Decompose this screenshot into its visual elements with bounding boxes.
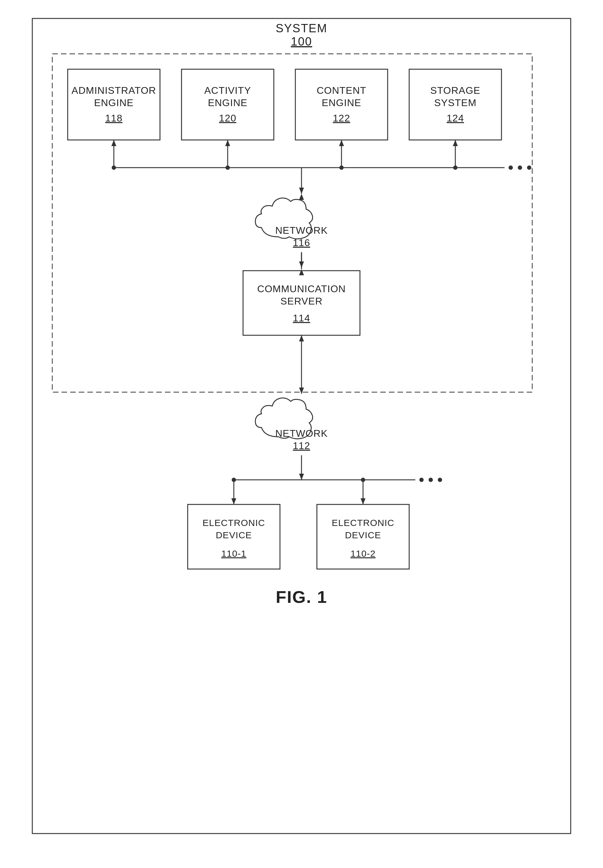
svg-point-21 bbox=[509, 165, 513, 170]
svg-text:SERVER: SERVER bbox=[280, 296, 322, 307]
svg-rect-4 bbox=[68, 69, 160, 140]
svg-text:ENGINE: ENGINE bbox=[208, 97, 248, 108]
svg-rect-66 bbox=[188, 504, 280, 569]
svg-text:110-2: 110-2 bbox=[350, 548, 376, 559]
svg-text:NETWORK: NETWORK bbox=[275, 428, 328, 439]
svg-text:SYSTEM: SYSTEM bbox=[434, 97, 476, 108]
svg-text:114: 114 bbox=[293, 312, 310, 324]
svg-marker-50 bbox=[299, 388, 304, 394]
svg-text:ADMINISTRATOR: ADMINISTRATOR bbox=[72, 85, 156, 96]
svg-point-32 bbox=[112, 165, 116, 170]
svg-text:SYSTEM: SYSTEM bbox=[276, 22, 327, 35]
svg-point-60 bbox=[232, 478, 236, 482]
svg-text:ENGINE: ENGINE bbox=[94, 97, 134, 108]
svg-text:ELECTRONIC: ELECTRONIC bbox=[203, 517, 265, 528]
svg-text:STORAGE: STORAGE bbox=[430, 85, 481, 96]
svg-marker-65 bbox=[360, 498, 365, 504]
svg-marker-48 bbox=[299, 269, 304, 275]
svg-rect-70 bbox=[317, 504, 409, 569]
svg-point-34 bbox=[339, 165, 344, 170]
page: SYSTEM 100 ADMINISTRATOR ENGINE 118 ACTI… bbox=[0, 0, 603, 868]
svg-marker-41 bbox=[299, 261, 304, 267]
svg-marker-27 bbox=[225, 140, 230, 146]
svg-marker-29 bbox=[339, 140, 344, 146]
svg-rect-8 bbox=[181, 69, 274, 140]
svg-text:110-1: 110-1 bbox=[221, 548, 246, 559]
svg-marker-63 bbox=[231, 498, 236, 504]
svg-marker-55 bbox=[299, 474, 304, 480]
svg-text:116: 116 bbox=[293, 237, 310, 248]
svg-point-59 bbox=[438, 478, 442, 482]
svg-marker-25 bbox=[111, 140, 116, 146]
svg-rect-0 bbox=[32, 19, 571, 834]
svg-text:CONTENT: CONTENT bbox=[317, 85, 366, 96]
svg-text:124: 124 bbox=[447, 113, 464, 124]
svg-point-58 bbox=[428, 478, 433, 482]
svg-rect-16 bbox=[409, 69, 501, 140]
svg-rect-44 bbox=[243, 271, 360, 335]
svg-text:FIG. 1: FIG. 1 bbox=[276, 587, 327, 607]
svg-text:ELECTRONIC: ELECTRONIC bbox=[332, 517, 394, 528]
svg-point-61 bbox=[361, 478, 365, 482]
svg-marker-31 bbox=[453, 140, 458, 146]
svg-point-35 bbox=[453, 165, 458, 170]
svg-text:ACTIVITY: ACTIVITY bbox=[204, 85, 251, 96]
svg-marker-37 bbox=[299, 188, 304, 194]
svg-rect-12 bbox=[295, 69, 388, 140]
svg-text:100: 100 bbox=[291, 35, 312, 48]
svg-text:NETWORK: NETWORK bbox=[275, 225, 328, 236]
svg-point-22 bbox=[518, 165, 522, 170]
svg-text:DEVICE: DEVICE bbox=[216, 530, 252, 540]
svg-point-23 bbox=[527, 165, 531, 170]
svg-text:DEVICE: DEVICE bbox=[345, 530, 381, 540]
svg-text:118: 118 bbox=[105, 113, 122, 124]
svg-text:ENGINE: ENGINE bbox=[322, 97, 362, 108]
svg-point-33 bbox=[226, 165, 230, 170]
svg-text:122: 122 bbox=[333, 113, 350, 124]
svg-marker-51 bbox=[299, 335, 304, 341]
svg-text:112: 112 bbox=[293, 440, 310, 451]
svg-point-57 bbox=[419, 478, 424, 482]
svg-marker-43 bbox=[299, 194, 304, 200]
svg-text:COMMUNICATION: COMMUNICATION bbox=[257, 283, 346, 294]
svg-text:120: 120 bbox=[219, 113, 236, 124]
svg-rect-3 bbox=[52, 54, 532, 392]
